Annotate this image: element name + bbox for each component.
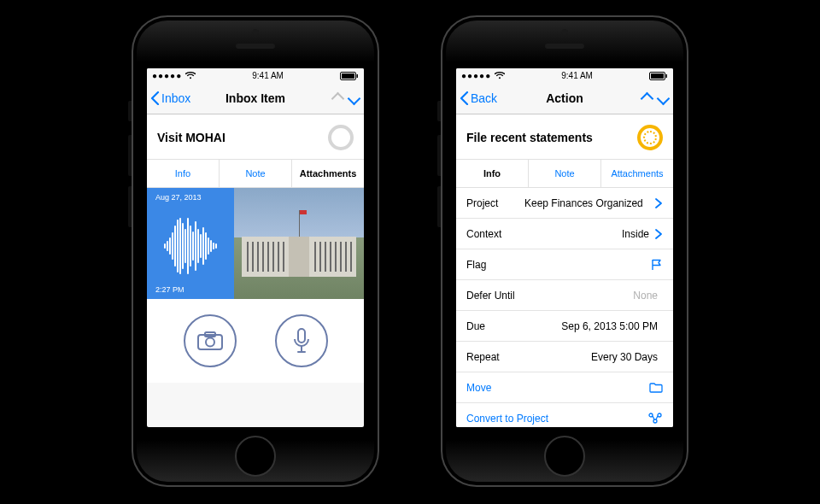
row-defer[interactable]: Defer Until None: [456, 280, 673, 311]
signal-dots-icon: ●●●●●: [461, 71, 491, 80]
audio-date: Aug 27, 2013: [155, 193, 202, 202]
chevron-left-icon: [150, 91, 160, 105]
battery-icon: [340, 72, 359, 80]
nav-back-button[interactable]: Inbox: [147, 91, 190, 105]
nav-bar: Back Action: [456, 83, 673, 114]
svg-rect-9: [666, 74, 668, 78]
row-label: Defer Until: [466, 290, 535, 302]
home-button[interactable]: [235, 436, 276, 477]
item-header: Visit MOHAI: [147, 114, 364, 160]
completion-circle[interactable]: [637, 125, 663, 150]
chevron-right-icon: [654, 229, 663, 239]
camera-icon: [197, 331, 223, 350]
nav-next-button[interactable]: [657, 91, 671, 105]
screen-left: ●●●●● 9:41 AM Inbox Inbox Item: [147, 68, 364, 427]
svg-rect-6: [298, 329, 305, 343]
status-time: 9:41 AM: [252, 71, 284, 80]
attachments-row: Aug 27, 2013 2:27 PM: [147, 188, 364, 299]
status-bar: ●●●●● 9:41 AM: [147, 68, 364, 83]
audio-attachment[interactable]: Aug 27, 2013 2:27 PM: [147, 188, 234, 299]
flagpole-icon: [299, 210, 300, 237]
home-button[interactable]: [544, 436, 585, 477]
tab-attachments[interactable]: Attachments: [601, 160, 673, 187]
row-context[interactable]: Context Inside: [456, 219, 673, 249]
row-label: Project: [466, 197, 524, 209]
row-label: Flag: [466, 259, 524, 271]
item-title: Visit MOHAI: [157, 131, 226, 144]
svg-rect-2: [357, 74, 359, 78]
nav-back-button[interactable]: Back: [456, 91, 497, 105]
nav-prev-button[interactable]: [331, 91, 345, 105]
tab-attachments[interactable]: Attachments: [292, 160, 364, 187]
status-time: 9:41 AM: [561, 71, 593, 80]
row-value: Sep 6, 2013 5:00 PM: [524, 320, 663, 332]
item-header: File recent statements: [456, 114, 673, 160]
svg-rect-1: [342, 73, 354, 79]
row-due[interactable]: Due Sep 6, 2013 5:00 PM: [456, 311, 673, 342]
svg-point-5: [206, 338, 214, 347]
phone-speaker: [236, 44, 275, 49]
row-label: Convert to Project: [466, 413, 647, 425]
completion-circle[interactable]: [328, 125, 354, 150]
waveform-icon: [147, 217, 234, 275]
microphone-icon: [293, 328, 310, 354]
tab-note[interactable]: Note: [529, 160, 601, 187]
phone-camera: [253, 29, 259, 35]
row-label: Move: [466, 382, 649, 394]
svg-point-11: [658, 413, 661, 417]
row-convert[interactable]: Convert to Project: [456, 403, 673, 427]
tab-note[interactable]: Note: [220, 160, 292, 187]
phone-frame-left: ●●●●● 9:41 AM Inbox Inbox Item: [132, 15, 379, 487]
svg-point-12: [653, 419, 657, 423]
segmented-tabs: Info Note Attachments: [456, 160, 673, 188]
row-value: Every 30 Days: [524, 351, 663, 363]
svg-rect-8: [651, 73, 664, 79]
phone-frame-right: ●●●●● 9:41 AM Back Action: [441, 15, 688, 487]
folder-icon: [649, 382, 663, 393]
row-value: None: [535, 290, 663, 302]
flag-icon: [651, 259, 663, 271]
nav-bar: Inbox Inbox Item: [147, 83, 364, 114]
nav-prev-button[interactable]: [641, 91, 654, 105]
audio-time: 2:27 PM: [155, 285, 184, 294]
row-flag[interactable]: Flag: [456, 249, 673, 280]
svg-point-10: [649, 413, 653, 417]
nav-back-label: Back: [471, 91, 497, 105]
camera-button[interactable]: [184, 314, 237, 367]
convert-icon: [647, 413, 663, 424]
item-title: File recent statements: [466, 131, 593, 144]
tab-info[interactable]: Info: [456, 160, 529, 187]
signal-dots-icon: ●●●●●: [152, 71, 182, 80]
battery-icon: [649, 72, 668, 80]
wifi-icon: [185, 72, 196, 79]
nav-back-label: Inbox: [161, 91, 190, 105]
phone-camera: [562, 29, 568, 35]
attachment-actions: [147, 299, 364, 383]
row-label: Due: [466, 320, 524, 332]
row-project[interactable]: Project Keep Finances Organized: [456, 188, 673, 219]
segmented-tabs: Info Note Attachments: [147, 160, 364, 188]
chevron-right-icon: [654, 198, 663, 208]
chevron-left-icon: [460, 91, 469, 105]
row-value: Keep Finances Organized: [524, 197, 654, 209]
phone-speaker: [545, 44, 584, 49]
photo-attachment[interactable]: [234, 188, 364, 299]
row-move[interactable]: Move: [456, 372, 673, 403]
wifi-icon: [495, 72, 505, 79]
row-repeat[interactable]: Repeat Every 30 Days: [456, 342, 673, 372]
row-value: Inside: [524, 228, 654, 240]
nav-next-button[interactable]: [348, 91, 361, 105]
row-label: Context: [466, 228, 524, 240]
microphone-button[interactable]: [275, 314, 328, 367]
screen-right: ●●●●● 9:41 AM Back Action: [456, 68, 673, 427]
status-bar: ●●●●● 9:41 AM: [456, 68, 673, 83]
tab-info[interactable]: Info: [147, 160, 220, 187]
building-graphic: [242, 237, 356, 277]
detail-list: Project Keep Finances Organized Context …: [456, 188, 673, 427]
row-label: Repeat: [466, 351, 524, 363]
